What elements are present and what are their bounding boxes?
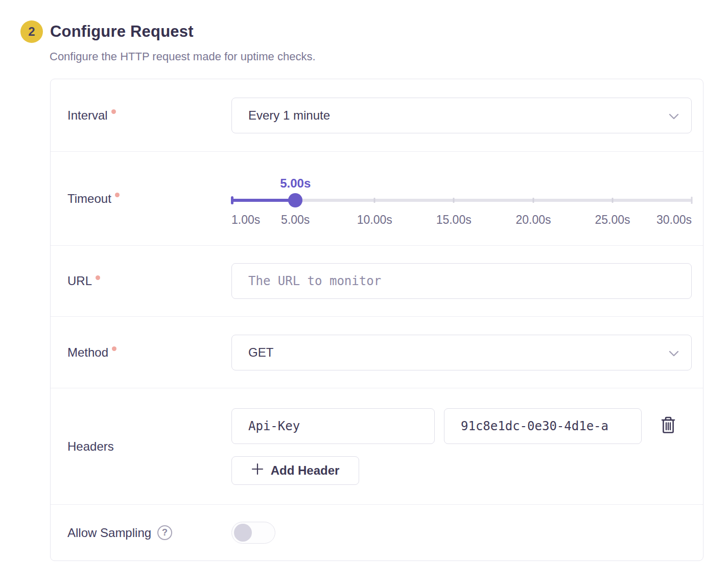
- interval-select[interactable]: Every 1 minute: [231, 98, 692, 133]
- step-header: 2 Configure Request: [20, 20, 728, 43]
- slider-fill: [231, 199, 295, 202]
- method-label: Method: [67, 345, 108, 360]
- request-config-card: Interval Every 1 minute Timeout: [50, 79, 703, 561]
- allow-sampling-row: Allow Sampling ?: [51, 504, 703, 561]
- allow-sampling-label: Allow Sampling: [67, 526, 151, 540]
- header-entry-row: [231, 408, 692, 444]
- slider-handle[interactable]: [288, 193, 302, 207]
- plus-icon: [251, 463, 264, 478]
- slider-tick-label: 1.00s: [231, 213, 260, 227]
- slider-tick-label: 20.00s: [516, 213, 551, 227]
- url-row: URL: [51, 245, 703, 316]
- slider-tick-labels: 1.00s5.00s10.00s15.00s20.00s25.00s30.00s: [231, 211, 692, 228]
- slider-track[interactable]: [231, 193, 692, 208]
- slider-tick-mark: [453, 198, 455, 203]
- timeout-slider: 5.00s 1.00s5.00s10.00s15.00s20.00s25.00s…: [231, 169, 692, 228]
- chevron-down-icon: [669, 345, 679, 360]
- add-header-button[interactable]: Add Header: [231, 456, 359, 485]
- required-indicator: [111, 109, 116, 114]
- allow-sampling-toggle[interactable]: [231, 522, 275, 544]
- slider-tick-label: 5.00s: [281, 213, 310, 227]
- slider-tick-label: 30.00s: [656, 213, 692, 227]
- interval-selected-value: Every 1 minute: [248, 108, 330, 123]
- slider-tick-mark: [691, 197, 693, 204]
- chevron-down-icon: [669, 108, 679, 123]
- timeout-label: Timeout: [67, 192, 111, 206]
- interval-row: Interval Every 1 minute: [51, 79, 703, 151]
- slider-tick-mark: [612, 198, 614, 203]
- trash-icon: [661, 416, 676, 435]
- required-indicator: [112, 346, 116, 351]
- url-input[interactable]: [231, 263, 692, 299]
- method-selected-value: GET: [248, 345, 273, 360]
- interval-label: Interval: [67, 108, 108, 123]
- help-icon[interactable]: ?: [157, 525, 172, 540]
- header-value-input[interactable]: [444, 408, 642, 444]
- slider-tick-label: 15.00s: [436, 213, 472, 227]
- slider-tick-mark: [533, 198, 534, 203]
- page-subtitle: Configure the HTTP request made for upti…: [50, 50, 728, 63]
- toggle-knob: [234, 524, 252, 542]
- headers-row: Headers: [51, 388, 703, 504]
- slider-tick-label: 10.00s: [357, 213, 392, 227]
- method-row: Method GET: [51, 316, 703, 388]
- slider-tick-mark: [374, 198, 375, 203]
- required-indicator: [96, 275, 100, 280]
- add-header-label: Add Header: [271, 463, 340, 478]
- header-key-input[interactable]: [231, 408, 435, 444]
- headers-label: Headers: [67, 439, 114, 454]
- page-title: Configure Request: [50, 22, 194, 41]
- slider-tick-label: 25.00s: [595, 213, 630, 227]
- timeout-row: Timeout 5.00s 1.00s5.00s10.00s15.00: [51, 151, 703, 245]
- required-indicator: [115, 193, 120, 197]
- step-number-badge: 2: [20, 20, 43, 43]
- slider-start-cap: [231, 196, 233, 204]
- method-select[interactable]: GET: [231, 335, 692, 370]
- slider-value-label: 5.00s: [280, 176, 311, 191]
- delete-header-button[interactable]: [657, 415, 679, 437]
- configure-request-section: 2 Configure Request Configure the HTTP r…: [0, 0, 728, 561]
- url-label: URL: [67, 274, 92, 288]
